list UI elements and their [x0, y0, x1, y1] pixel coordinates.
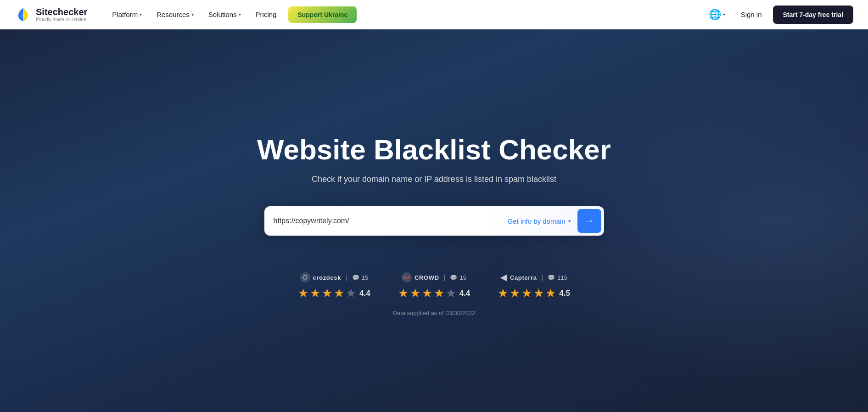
nav-item-solutions[interactable]: Solutions ▾: [202, 7, 247, 22]
hero-section: Website Blacklist Checker Check if your …: [0, 29, 868, 412]
get-info-by-domain-button[interactable]: Get info by domain ▾: [501, 217, 577, 225]
svg-point-0: [21, 13, 25, 18]
nav-item-platform[interactable]: Platform ▾: [106, 7, 148, 22]
arrow-right-icon: →: [584, 215, 594, 227]
nav-links: Platform ▾ Resources ▾ Solutions ▾ Prici…: [106, 6, 704, 23]
rating-capterra: ◀ Capterra | 💬 115 ★ ★ ★ ★ ★ 4.5: [498, 272, 570, 300]
crozdesk-stars: ★ ★ ★ ★ ★ 4.4: [298, 286, 370, 300]
hero-title: Website Blacklist Checker: [257, 134, 611, 165]
capterra-stars: ★ ★ ★ ★ ★ 4.5: [498, 286, 570, 300]
rating-g2crowd: G2 CROWD | 💬 15 ★ ★ ★ ★ ★ 4.4: [398, 272, 470, 300]
language-chevron-icon: ▾: [723, 12, 725, 17]
g2-reviews: 15: [459, 274, 466, 281]
get-info-chevron-icon: ▾: [568, 218, 571, 224]
nav-right: 🌐 ▾ Sign in Start 7-day free trial: [704, 5, 853, 24]
resources-chevron-icon: ▾: [191, 12, 194, 17]
capterra-reviews: 115: [557, 274, 567, 281]
comment-icon-capterra: 💬: [548, 274, 555, 281]
sign-in-button[interactable]: Sign in: [734, 7, 769, 22]
ratings-row: ⬡ crozdesk | 💬 15 ★ ★ ★ ★ ★ 4.4: [298, 272, 570, 300]
support-ukraine-button[interactable]: Support Ukraine: [288, 6, 357, 23]
logo-tagline: Proudly made in Ukraine: [36, 17, 87, 22]
comment-icon: 💬: [352, 274, 359, 281]
trial-button[interactable]: Start 7-day free trial: [773, 6, 854, 24]
search-input[interactable]: [274, 212, 501, 230]
g2-stars: ★ ★ ★ ★ ★ 4.4: [398, 286, 470, 300]
get-info-label: Get info by domain: [508, 217, 566, 225]
logo-icon: [15, 6, 31, 23]
solutions-chevron-icon: ▾: [239, 12, 241, 17]
logo-link[interactable]: Sitechecker Proudly made in Ukraine: [15, 6, 87, 23]
capterra-icon: ◀: [500, 272, 507, 282]
capterra-label: Capterra: [510, 274, 537, 281]
globe-icon: 🌐: [709, 9, 721, 21]
g2-label: CROWD: [414, 274, 439, 281]
capterra-score: 4.5: [559, 289, 570, 298]
search-submit-button[interactable]: →: [577, 209, 601, 233]
nav-item-resources[interactable]: Resources ▾: [150, 7, 200, 22]
language-selector[interactable]: 🌐 ▾: [704, 5, 730, 24]
crozdesk-icon: ⬡: [300, 272, 310, 282]
platform-chevron-icon: ▾: [140, 12, 142, 17]
crozdesk-reviews: 15: [362, 274, 368, 281]
navbar: Sitechecker Proudly made in Ukraine Plat…: [0, 0, 868, 29]
hero-subtitle: Check if your domain name or IP address …: [312, 175, 556, 184]
crozdesk-score: 4.4: [359, 289, 370, 298]
data-note: Data supplied as of 03/30/2022: [393, 310, 476, 316]
crozdesk-label: crozdesk: [313, 274, 342, 281]
rating-crozdesk: ⬡ crozdesk | 💬 15 ★ ★ ★ ★ ★ 4.4: [298, 272, 370, 300]
g2-icon: G2: [402, 272, 412, 282]
comment-icon-g2: 💬: [450, 274, 457, 281]
nav-item-pricing[interactable]: Pricing: [249, 7, 283, 22]
g2-score: 4.4: [459, 289, 470, 298]
search-box: Get info by domain ▾ →: [264, 206, 604, 236]
logo-name: Sitechecker: [36, 7, 87, 17]
